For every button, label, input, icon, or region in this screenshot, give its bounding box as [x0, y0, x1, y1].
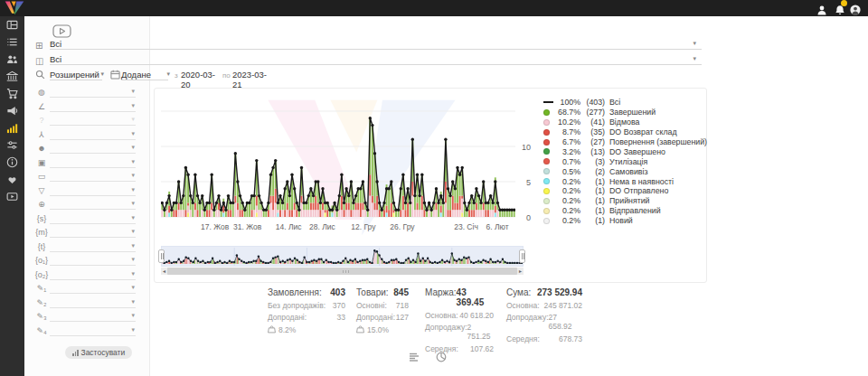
legend-item[interactable]: 68.7% (277) Завершений	[543, 108, 703, 118]
sidebar-item-analytics[interactable]	[0, 119, 24, 136]
region-filter[interactable]: ⊕ ▾	[24, 199, 149, 213]
custom-t-filter[interactable]: {t} ▾	[24, 241, 149, 256]
legend-label: DO Завершено	[609, 147, 665, 156]
list-view-icon[interactable]	[409, 350, 420, 361]
apply-filters-button[interactable]: Застосувати	[65, 346, 132, 359]
legend-count: (1)	[580, 186, 605, 195]
filter-input-underline	[50, 167, 136, 168]
pie-view-icon[interactable]	[436, 350, 447, 361]
legend-item[interactable]: 0.5% (2) Самовивіз	[543, 166, 703, 176]
chart-scrollbar[interactable]: ◂ ▸	[161, 268, 524, 275]
custom-s-filter[interactable]: {s} ▾	[24, 213, 149, 228]
legend-label: DO Отправлено	[609, 186, 668, 195]
stat-subrow: Допродажу:27 658.92	[506, 313, 582, 331]
profile-icon[interactable]	[816, 3, 827, 14]
sidebar-item-dashboard[interactable]	[0, 16, 24, 33]
legend-item[interactable]: 0.2% (1) Прийнятий	[543, 196, 703, 206]
main-sidebar	[0, 16, 24, 376]
scroll-right-icon[interactable]: ▸	[517, 268, 524, 275]
legend-label: Нема в наявності	[609, 177, 674, 186]
stat-subvalue: 15.0%	[367, 325, 389, 334]
chevron-down-icon: ▾	[131, 256, 135, 263]
video-help-icon[interactable]	[52, 24, 71, 38]
legend-item[interactable]: 0.2% (1) Відправлений	[543, 206, 703, 216]
sidebar-item-marketing[interactable]	[0, 102, 24, 119]
manager-filter[interactable]: ☻ ▾	[24, 143, 149, 157]
custom-m-filter[interactable]: {m} ▾	[24, 227, 149, 241]
funnel-filter[interactable]: ▽ ▾	[24, 185, 149, 200]
sidebar-item-video-tutorials[interactable]	[0, 188, 24, 205]
help-filter[interactable]: ? ▾	[24, 115, 149, 129]
stat-title: Замовлення:	[268, 287, 322, 297]
product-select[interactable]: Всі ▾	[50, 54, 702, 65]
sidebar-item-settings[interactable]	[0, 136, 24, 154]
legend-item[interactable]: 0.2% (1) Нема в наявності	[543, 176, 703, 186]
sidebar-item-info[interactable]	[0, 154, 24, 171]
filter-input-underline	[50, 321, 136, 322]
date-to-label: по	[222, 71, 231, 80]
payment-filter[interactable]: ▭ ▾	[24, 171, 149, 185]
chevron-down-icon: ▾	[131, 116, 135, 123]
search-icon[interactable]	[35, 70, 45, 81]
navigator-left-handle[interactable]	[158, 249, 165, 263]
orders-status-chart[interactable]	[161, 93, 515, 234]
upsell-bag-icon	[268, 325, 276, 335]
stat-subrow: Без допродажів:370	[268, 301, 345, 310]
filter-rows: ◍ ▾ ∠ ▾ ? ▾ ⅄ ▾ ☻ ▾ ▣ ▾ ▭ ▾ ▽ ▾ ⊕	[24, 87, 149, 339]
filter-icon: {s}	[34, 214, 49, 223]
product-filter[interactable]: ▣ ▾	[24, 157, 149, 172]
date-field-select[interactable]: Додане ▾	[121, 70, 168, 80]
sidebar-item-purchases[interactable]	[0, 85, 24, 102]
sidebar-item-clients[interactable]	[0, 51, 24, 68]
user-avatar[interactable]	[850, 3, 861, 14]
custom-o1-filter[interactable]: {o₁} ▾	[24, 255, 149, 269]
filter-input-underline	[50, 223, 136, 224]
custom-o2-filter[interactable]: {o₂} ▾	[24, 269, 149, 284]
legend-percent: 6.7%	[555, 137, 580, 146]
navigator-right-handle[interactable]	[519, 249, 525, 263]
filter-input-underline	[50, 307, 136, 308]
x-axis-label: 6. Лют	[486, 222, 508, 231]
legend-item[interactable]: 6.7% (27) Повернення (завершений)	[543, 137, 703, 147]
stat-subrow: Допродані:33	[268, 313, 345, 322]
sidebar-item-orders[interactable]	[0, 33, 24, 51]
trend-filter[interactable]: ∠ ▾	[24, 101, 149, 116]
date-from-label: з	[175, 71, 178, 80]
legend-item[interactable]: 0.2% (1) Новий	[543, 216, 703, 226]
custom-field-4[interactable]: ✎₄ ▾	[24, 325, 149, 340]
sidebar-item-warehouse[interactable]	[0, 68, 24, 85]
chevron-down-icon: ▾	[131, 130, 135, 137]
custom-field-1[interactable]: ✎₁ ▾	[24, 283, 149, 297]
scroll-left-icon[interactable]: ◂	[161, 268, 167, 275]
chevron-down-icon: ▾	[131, 312, 135, 319]
custom-field-2[interactable]: ✎₂ ▾	[24, 297, 149, 312]
legend-swatch-icon	[543, 139, 555, 146]
chevron-down-icon: ▾	[131, 228, 135, 235]
category-select[interactable]: Всі ▾	[50, 39, 702, 50]
legend-item[interactable]: 3.2% (13) DO Завершено	[543, 146, 703, 156]
search-mode-select[interactable]: Розширений ▾	[50, 70, 102, 80]
legend-item[interactable]: 100% (403) Всі	[543, 98, 703, 108]
legend-item[interactable]: 8.7% (35) DO Возврат склад	[543, 127, 703, 137]
legend-item[interactable]: 0.7% (3) Утилізація	[543, 156, 703, 166]
legend-count: (1)	[580, 196, 605, 205]
stat-subvalue: 127	[396, 313, 409, 322]
chart-navigator[interactable]	[161, 246, 524, 267]
app-logo[interactable]	[4, 1, 25, 15]
legend-item[interactable]: 10.2% (41) Відмова	[543, 118, 703, 127]
custom-field-3[interactable]: ✎₃ ▾	[24, 311, 149, 325]
channel-filter[interactable]: ◍ ▾	[24, 87, 149, 101]
filter-input-underline	[50, 279, 136, 280]
filter-input-underline	[50, 139, 136, 140]
stat-sublabel: Без допродажів:	[268, 301, 326, 310]
sidebar-item-partners[interactable]	[0, 171, 24, 188]
chevron-down-icon: ▾	[131, 242, 135, 249]
legend-count: (1)	[580, 216, 605, 225]
scrollbar-thumb[interactable]	[167, 268, 517, 275]
chevron-down-icon: ▾	[131, 298, 135, 306]
structure-filter[interactable]: ⅄ ▾	[24, 129, 149, 144]
stat-subrow: 8.2%	[268, 325, 345, 335]
scrollbar-grip	[343, 270, 350, 273]
legend-label: Відправлений	[609, 206, 661, 215]
legend-item[interactable]: 0.2% (1) DO Отправлено	[543, 186, 703, 196]
